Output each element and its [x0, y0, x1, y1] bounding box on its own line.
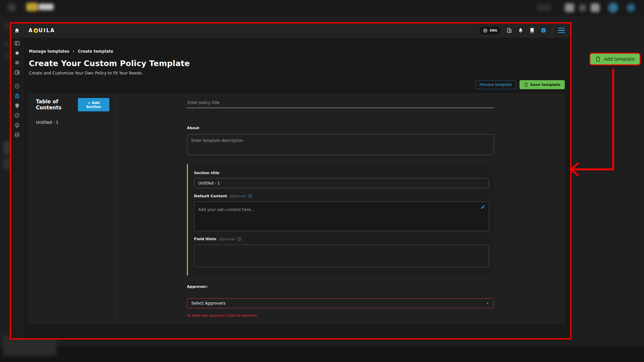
main-content: Manage templates › Create template Creat… [23, 38, 570, 338]
bell-icon[interactable] [518, 28, 524, 33]
edit-pencil-icon[interactable] [481, 205, 485, 209]
add-template-label: Add template [604, 56, 635, 62]
brand-logo: AUILA [29, 28, 55, 34]
table-of-contents: Table of Contents + Add Section Untitled… [29, 94, 116, 324]
panel-icon[interactable] [14, 41, 20, 46]
blurred-logo-text [38, 4, 54, 10]
blurred-icon [565, 3, 574, 12]
user-badge-icon[interactable] [14, 122, 20, 128]
template-form: About Section title Default Content (Opt… [116, 94, 564, 324]
support-wheel-icon[interactable] [541, 28, 546, 33]
header-actions: ENG [480, 27, 570, 35]
default-content-editor[interactable]: Add your own content here... [194, 202, 489, 231]
field-hints-label-row: Field Hints (Optional) [194, 237, 489, 241]
breadcrumb-create-template: Create template [78, 49, 113, 54]
toc-title: Table of Contents [36, 99, 78, 111]
blurred-avatar-blue [608, 3, 618, 13]
preview-template-button[interactable]: Preview template [475, 80, 516, 89]
building-icon[interactable] [506, 28, 512, 33]
sidebar-nav [11, 38, 23, 338]
globe-slash-icon[interactable] [14, 113, 20, 118]
blurred-logo-gold [26, 3, 38, 11]
template-description-textarea[interactable] [187, 134, 494, 155]
template-editor-panel: Table of Contents + Add Section Untitled… [29, 94, 565, 324]
database-icon[interactable] [14, 132, 20, 138]
header-divider [552, 27, 552, 34]
file-icon [595, 56, 601, 62]
logo-text-pre: A [29, 28, 33, 34]
toc-header: Table of Contents + Add Section [36, 98, 109, 111]
policy-title-input[interactable] [187, 98, 494, 108]
info-icon[interactable] [248, 194, 252, 198]
globe-icon [483, 28, 488, 33]
add-template-callout[interactable]: Add template [589, 53, 641, 65]
app-header: AUILA ENG [11, 23, 570, 38]
home-icon [14, 28, 20, 33]
blurred-control [537, 4, 551, 11]
page-actions: Preview template Save template [29, 80, 565, 89]
language-selector[interactable]: ENG [480, 27, 501, 35]
section-title-input[interactable] [194, 178, 489, 188]
logo-q-icon [34, 28, 38, 33]
optional-tag: (Optional) [218, 237, 235, 241]
menu-icon[interactable] [558, 28, 565, 33]
file-icon [524, 83, 528, 87]
chevron-right-icon: › [73, 49, 75, 54]
star-icon[interactable] [14, 50, 20, 56]
section-card: Section title Default Content (Optional)… [187, 164, 494, 275]
breadcrumb-manage-templates[interactable]: Manage templates [29, 49, 69, 54]
language-label: ENG [490, 29, 497, 32]
background-topbar [0, 0, 644, 15]
logo-text-post: UILA [39, 28, 55, 34]
compass-icon[interactable] [14, 84, 20, 89]
default-content-placeholder: Add your own content here... [198, 207, 254, 212]
blurred-avatar-blue [627, 4, 635, 12]
toc-item-untitled-1[interactable]: Untitled - 1 [36, 120, 109, 125]
page-subtitle: Create and Customize Your Own Policy to … [29, 71, 565, 75]
section-title-label: Section title [194, 171, 489, 175]
layout-icon[interactable] [14, 70, 20, 75]
blurred-sidebar-icon [4, 53, 9, 58]
field-hints-label: Field Hints [194, 237, 216, 241]
approver-error-message: At least one approver must be selected. [187, 313, 494, 317]
select-approvers-placeholder: Select Approvers [191, 301, 226, 306]
save-template-button[interactable]: Save template [519, 80, 565, 89]
about-label: About [187, 126, 494, 130]
page-title: Create Your Custom Policy Template [29, 59, 565, 68]
blurred-icon [591, 3, 600, 12]
optional-tag: (Optional) [229, 194, 246, 198]
breadcrumb: Manage templates › Create template [29, 49, 565, 54]
list-icon[interactable] [14, 60, 20, 65]
default-content-label: Default Content [194, 194, 227, 198]
bank-icon[interactable] [14, 93, 20, 99]
book-icon[interactable] [529, 28, 535, 33]
blurred-sidebar-icon [4, 41, 9, 46]
blurred-sidebar-icon [4, 23, 10, 29]
field-hints-textarea[interactable] [194, 245, 489, 267]
select-approvers-dropdown[interactable]: Select Approvers [187, 298, 494, 308]
home-button[interactable] [11, 23, 23, 37]
approver-label: Approver: [187, 285, 494, 289]
add-section-button[interactable]: + Add Section [78, 98, 109, 111]
shield-icon[interactable] [14, 103, 20, 108]
background-bottombar [0, 346, 644, 362]
blurred-icon [579, 4, 586, 11]
save-template-label: Save template [530, 83, 560, 87]
info-icon[interactable] [237, 237, 242, 241]
default-content-label-row: Default Content (Optional) [194, 194, 489, 198]
annotation-arrow [564, 66, 621, 179]
chevron-down-icon [486, 301, 490, 305]
annotated-screenshot-region: AUILA ENG [10, 22, 572, 340]
app-body: Manage templates › Create template Creat… [11, 38, 570, 338]
blurred-avatar [7, 3, 16, 12]
